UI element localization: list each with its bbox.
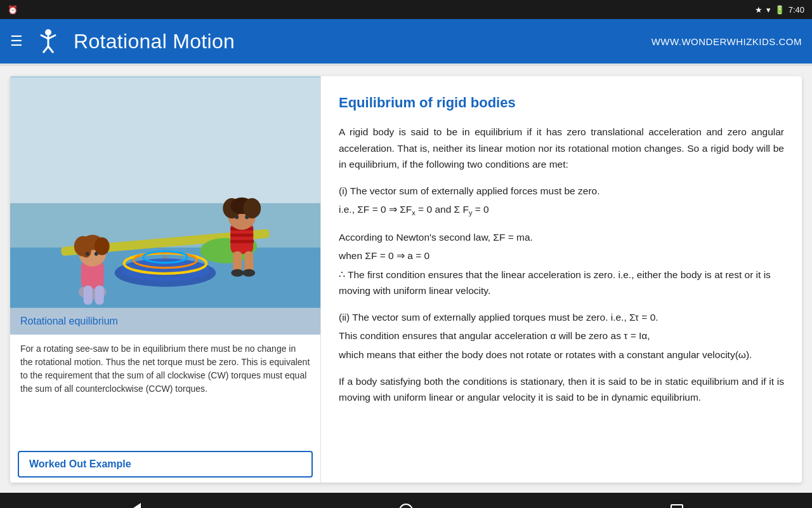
newton-block: According to Newton's second law, ΣF = m… (339, 229, 784, 299)
svg-point-30 (95, 252, 98, 256)
svg-line-4 (43, 46, 48, 53)
recents-button[interactable] (658, 498, 696, 508)
svg-point-41 (235, 215, 239, 219)
wifi-icon: ▾ (766, 5, 771, 15)
newton-line-3: ∴ The first condition ensures that the l… (339, 267, 784, 299)
condition-2-line-1: (ii) The vector sum of externally applie… (339, 309, 784, 326)
newton-line-1: According to Newton's second law, ΣF = m… (339, 229, 784, 246)
battery-icon: 🔋 (775, 5, 785, 15)
main-content: Rotational equilibrium For a rotating se… (10, 76, 802, 483)
svg-point-40 (243, 198, 261, 218)
home-button[interactable] (387, 498, 425, 508)
home-icon (399, 504, 413, 508)
seesaw-scene-svg (10, 76, 320, 308)
status-left: ⏰ (8, 5, 18, 15)
right-panel: Equilibrium of rigid bodies A rigid body… (321, 76, 802, 483)
final-paragraph: If a body satisfying both the conditions… (339, 373, 784, 406)
image-container (10, 76, 320, 308)
section-title: Equilibrium of rigid bodies (339, 91, 784, 114)
svg-point-42 (245, 215, 249, 219)
svg-point-45 (231, 269, 244, 277)
back-button[interactable] (116, 498, 154, 508)
clock-display: 7:40 (789, 5, 804, 15)
recents-icon (671, 504, 683, 508)
worked-example-button[interactable]: Worked Out Example (18, 451, 313, 478)
condition-1-block: (i) The vector sum of externally applied… (339, 183, 784, 219)
condition-2-block: (ii) The vector sum of externally applie… (339, 309, 784, 363)
back-icon (129, 503, 141, 508)
svg-line-3 (48, 35, 56, 39)
svg-rect-9 (10, 76, 320, 77)
svg-point-29 (86, 252, 89, 256)
svg-rect-35 (230, 234, 253, 237)
condition-1-line-2: i.e., ΣF = 0 ⇒ ΣFx = 0 and Σ Fy = 0 (339, 201, 784, 218)
svg-point-28 (81, 245, 91, 258)
app-bar-left: ☰ Rotational Motion (10, 26, 235, 57)
svg-line-5 (48, 46, 53, 53)
app-bar: ☰ Rotational Motion WWW.WONDERWHIZKIDS.C… (0, 19, 812, 64)
description-text: For a rotating see-saw to be in equilibr… (10, 335, 320, 446)
svg-rect-31 (84, 286, 93, 305)
menu-icon[interactable]: ☰ (10, 33, 23, 50)
bottom-nav (0, 493, 812, 508)
status-bar: ⏰ ★ ▾ 🔋 7:40 (0, 0, 812, 19)
condition-1-line-1: (i) The vector sum of externally applied… (339, 183, 784, 199)
website-url: WWW.WONDERWHIZKIDS.COM (652, 36, 802, 47)
svg-point-46 (242, 269, 255, 277)
paragraph-1: A rigid body is said to be in equilibriu… (339, 124, 784, 173)
header-divider (0, 64, 812, 66)
image-caption: Rotational equilibrium (10, 308, 320, 335)
left-panel: Rotational equilibrium For a rotating se… (10, 76, 321, 483)
alarm-icon: ⏰ (8, 5, 18, 15)
status-right: ★ ▾ 🔋 7:40 (755, 5, 804, 15)
svg-rect-32 (95, 286, 104, 305)
svg-point-0 (45, 29, 51, 36)
condition-2-line-2: This condition ensures that angular acce… (339, 328, 784, 344)
svg-line-2 (41, 35, 48, 39)
newton-line-2: when ΣF = 0 ⇒ a = 0 (339, 248, 784, 264)
svg-rect-7 (10, 76, 320, 203)
star-icon: ★ (755, 5, 763, 15)
app-logo (33, 26, 63, 57)
svg-rect-36 (230, 240, 253, 243)
condition-2-line-3: which means that either the body does no… (339, 347, 784, 363)
app-title: Rotational Motion (74, 30, 235, 53)
